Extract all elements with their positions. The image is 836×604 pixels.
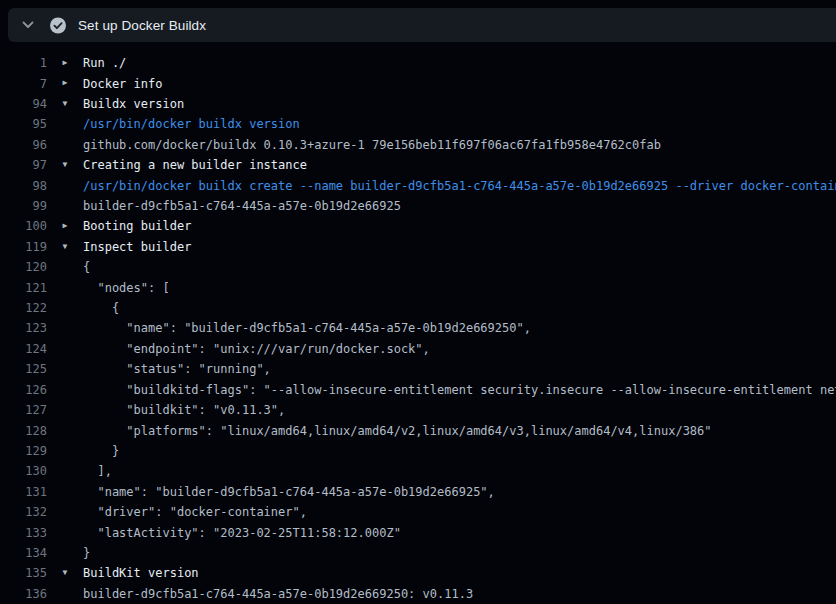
log-group-line[interactable]: 100▶Booting builder: [0, 216, 836, 236]
line-number[interactable]: 134: [0, 546, 47, 560]
output-text: "platforms": "linux/amd64,linux/amd64/v2…: [83, 424, 712, 438]
log-line: 130 ],: [0, 461, 836, 481]
output-text: "buildkitd-flags": "--allow-insecure-ent…: [83, 383, 836, 397]
triangle-right-icon[interactable]: ▶: [47, 73, 83, 93]
line-number[interactable]: 121: [0, 281, 47, 295]
line-number[interactable]: 125: [0, 362, 47, 376]
line-number[interactable]: 94: [0, 97, 47, 111]
output-text: }: [83, 444, 119, 458]
output-text: builder-d9cfb5a1-c764-445a-a57e-0b19d2e6…: [83, 199, 401, 213]
log-line: 131 "name": "builder-d9cfb5a1-c764-445a-…: [0, 482, 836, 502]
line-number[interactable]: 135: [0, 566, 47, 580]
log-group-line[interactable]: 7▶Docker info: [0, 73, 836, 93]
check-circle-icon: [50, 17, 66, 33]
step-title: Set up Docker Buildx: [78, 18, 206, 33]
line-number[interactable]: 128: [0, 424, 47, 438]
log-line: 96github.com/docker/buildx 0.10.3+azure-…: [0, 135, 836, 155]
line-number[interactable]: 100: [0, 219, 47, 233]
line-number[interactable]: 123: [0, 321, 47, 335]
output-text: }: [83, 546, 90, 560]
triangle-right-icon[interactable]: ▶: [47, 216, 83, 236]
line-number[interactable]: 124: [0, 342, 47, 356]
log-group-line[interactable]: 97▼Creating a new builder instance: [0, 155, 836, 175]
group-label: Creating a new builder instance: [83, 158, 307, 172]
triangle-down-icon[interactable]: ▼: [47, 237, 83, 257]
log-lines: 1▶Run ./7▶Docker info94▼Buildx version95…: [0, 42, 836, 604]
log-line: 125 "status": "running",: [0, 359, 836, 379]
log-group-line[interactable]: 119▼Inspect builder: [0, 237, 836, 257]
line-number[interactable]: 136: [0, 587, 47, 601]
line-number[interactable]: 96: [0, 138, 47, 152]
line-number[interactable]: 99: [0, 199, 47, 213]
group-label: Run ./: [83, 56, 126, 70]
command-text: /usr/bin/docker buildx create --name bui…: [83, 179, 836, 193]
command-text: /usr/bin/docker buildx version: [83, 117, 300, 131]
line-number[interactable]: 119: [0, 240, 47, 254]
line-number[interactable]: 120: [0, 260, 47, 274]
log-line: 95/usr/bin/docker buildx version: [0, 114, 836, 134]
log-line: 99builder-d9cfb5a1-c764-445a-a57e-0b19d2…: [0, 196, 836, 216]
group-label: Booting builder: [83, 219, 191, 233]
triangle-down-icon[interactable]: ▼: [47, 155, 83, 175]
line-number[interactable]: 132: [0, 505, 47, 519]
log-line: 123 "name": "builder-d9cfb5a1-c764-445a-…: [0, 318, 836, 338]
log-group-line[interactable]: 94▼Buildx version: [0, 94, 836, 114]
line-number[interactable]: 133: [0, 526, 47, 540]
output-text: "lastActivity": "2023-02-25T11:58:12.000…: [83, 526, 401, 540]
output-text: "endpoint": "unix:///var/run/docker.sock…: [83, 342, 430, 356]
output-text: "buildkit": "v0.11.3",: [83, 403, 285, 417]
log-line: 121 "nodes": [: [0, 277, 836, 297]
log-line: 120{: [0, 257, 836, 277]
line-number[interactable]: 97: [0, 158, 47, 172]
log-line: 98/usr/bin/docker buildx create --name b…: [0, 175, 836, 195]
line-number[interactable]: 131: [0, 485, 47, 499]
log-line: 122 {: [0, 298, 836, 318]
line-number[interactable]: 130: [0, 464, 47, 478]
line-number[interactable]: 126: [0, 383, 47, 397]
line-number[interactable]: 122: [0, 301, 47, 315]
output-text: "nodes": [: [83, 281, 170, 295]
log-line: 124 "endpoint": "unix:///var/run/docker.…: [0, 339, 836, 359]
output-text: {: [83, 260, 90, 274]
actions-log-viewer: Set up Docker Buildx 1▶Run ./7▶Docker in…: [0, 0, 836, 604]
output-text: "name": "builder-d9cfb5a1-c764-445a-a57e…: [83, 485, 495, 499]
step-header[interactable]: Set up Docker Buildx: [8, 8, 836, 42]
group-label: Buildx version: [83, 97, 184, 111]
triangle-down-icon[interactable]: ▼: [47, 94, 83, 114]
chevron-down-icon[interactable]: [20, 17, 36, 33]
log-group-line[interactable]: 135▼BuildKit version: [0, 563, 836, 583]
triangle-right-icon[interactable]: ▶: [47, 53, 83, 73]
line-number[interactable]: 129: [0, 444, 47, 458]
log-line: 133 "lastActivity": "2023-02-25T11:58:12…: [0, 522, 836, 542]
log-group-line[interactable]: 1▶Run ./: [0, 53, 836, 73]
log-line: 136builder-d9cfb5a1-c764-445a-a57e-0b19d…: [0, 584, 836, 604]
line-number[interactable]: 95: [0, 117, 47, 131]
group-label: Inspect builder: [83, 240, 191, 254]
group-label: BuildKit version: [83, 566, 199, 580]
output-text: github.com/docker/buildx 0.10.3+azure-1 …: [83, 138, 661, 152]
log-line: 132 "driver": "docker-container",: [0, 502, 836, 522]
log-line: 128 "platforms": "linux/amd64,linux/amd6…: [0, 420, 836, 440]
log-line: 127 "buildkit": "v0.11.3",: [0, 400, 836, 420]
line-number[interactable]: 1: [0, 56, 47, 70]
output-text: builder-d9cfb5a1-c764-445a-a57e-0b19d2e6…: [83, 587, 473, 601]
output-text: "status": "running",: [83, 362, 271, 376]
output-text: ],: [83, 464, 112, 478]
log-line: 126 "buildkitd-flags": "--allow-insecure…: [0, 380, 836, 400]
output-text: "name": "builder-d9cfb5a1-c764-445a-a57e…: [83, 321, 531, 335]
line-number[interactable]: 98: [0, 179, 47, 193]
output-text: {: [83, 301, 119, 315]
line-number[interactable]: 7: [0, 77, 47, 91]
output-text: "driver": "docker-container",: [83, 505, 307, 519]
log-line: 129 }: [0, 441, 836, 461]
triangle-down-icon[interactable]: ▼: [47, 563, 83, 583]
group-label: Docker info: [83, 77, 162, 91]
line-number[interactable]: 127: [0, 403, 47, 417]
log-line: 134}: [0, 543, 836, 563]
